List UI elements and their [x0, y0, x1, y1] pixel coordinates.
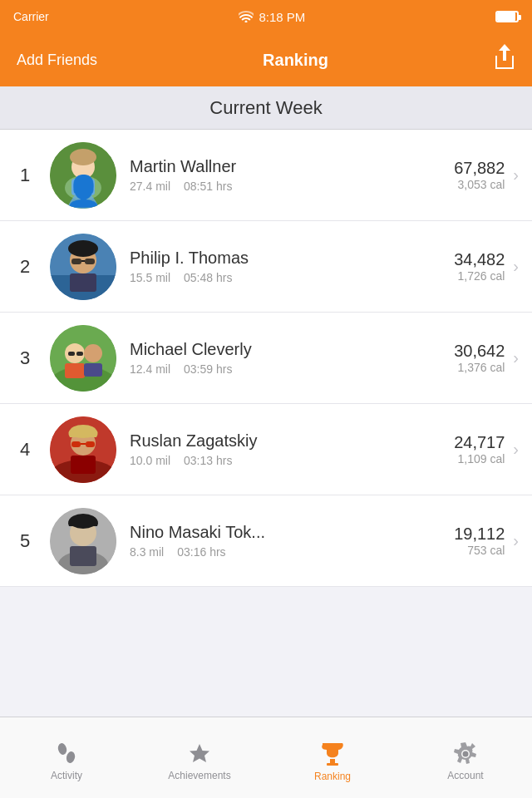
ranking-stats: 27.4 mil 08:51 hrs: [130, 180, 454, 193]
steps-value: 19,112: [454, 525, 505, 544]
rank-number: 3: [13, 347, 37, 369]
gear-icon: [454, 742, 477, 766]
ranking-name: Martin Wallner: [130, 157, 454, 176]
avatar: [50, 508, 116, 574]
tab-achievements-label: Achievements: [168, 770, 230, 781]
table-row[interactable]: 2 Philip I. Thomas 15.5 mil 05:48 hrs: [0, 221, 532, 313]
section-header-text: Current Week: [209, 97, 322, 119]
ranking-score-area: 24,717 1,109 cal ›: [454, 433, 519, 466]
rank-number: 5: [13, 530, 37, 552]
hours-stat: 03:59 hrs: [184, 362, 232, 376]
ranking-stats: 8.3 mil 03:16 hrs: [130, 545, 454, 559]
star-icon: [188, 742, 211, 766]
miles-stat: 27.4 mil: [130, 180, 170, 193]
nav-title: Ranking: [263, 51, 328, 70]
avatar: [50, 142, 116, 209]
svg-rect-38: [327, 763, 338, 766]
svg-point-35: [65, 751, 76, 764]
tab-ranking-label: Ranking: [314, 771, 351, 782]
steps-value: 24,717: [454, 433, 505, 452]
ranking-stats: 15.5 mil 05:48 hrs: [130, 271, 454, 284]
svg-point-34: [57, 742, 67, 756]
svg-rect-32: [70, 546, 96, 566]
svg-rect-17: [68, 352, 75, 356]
ranking-score: 30,642 1,376 cal: [454, 342, 505, 374]
hours-stat: 08:51 hrs: [184, 180, 232, 193]
svg-rect-3: [71, 179, 95, 195]
svg-rect-18: [76, 352, 83, 356]
share-button[interactable]: [494, 44, 515, 76]
tab-activity-label: Activity: [51, 770, 82, 781]
hours-stat: 03:16 hrs: [177, 545, 225, 559]
ranking-score: 67,882 3,053 cal: [454, 159, 505, 191]
rank-number: 1: [13, 165, 37, 186]
footsteps-icon: [54, 742, 79, 766]
steps-value: 34,482: [454, 250, 505, 269]
chevron-right-icon: ›: [513, 165, 519, 185]
calories-value: 3,053 cal: [454, 178, 505, 191]
section-header: Current Week: [0, 86, 532, 130]
time-text: 8:18 PM: [259, 10, 305, 24]
share-icon: [494, 44, 515, 71]
ranking-stats: 10.0 mil 03:13 hrs: [130, 454, 454, 467]
ranking-score: 34,482 1,726 cal: [454, 250, 505, 283]
svg-rect-26: [71, 441, 81, 447]
tab-account[interactable]: Account: [399, 734, 532, 781]
svg-rect-20: [84, 363, 102, 377]
svg-point-19: [84, 344, 102, 362]
wifi-icon: [239, 11, 254, 22]
calories-value: 1,109 cal: [454, 452, 505, 466]
miles-stat: 10.0 mil: [130, 454, 170, 467]
svg-rect-11: [85, 259, 95, 264]
ranking-info: Nino Masaki Tok... 8.3 mil 03:16 hrs: [130, 523, 454, 559]
avatar: [50, 416, 116, 483]
table-row[interactable]: 3 Michael Cleverly 12.4 mil 03:59: [0, 313, 532, 404]
trophy-icon: [321, 741, 344, 766]
rank-number: 2: [13, 256, 37, 278]
svg-rect-16: [65, 363, 85, 378]
rank-number: 4: [13, 439, 37, 461]
avatar: [50, 234, 116, 300]
carrier-text: Carrier: [13, 10, 49, 23]
table-row[interactable]: 4 Ruslan Zagatskiy 10.0 mil 03:13 hrs: [0, 404, 532, 495]
calories-value: 753 cal: [454, 544, 505, 557]
svg-rect-24: [71, 456, 96, 474]
hours-stat: 05:48 hrs: [184, 271, 232, 284]
svg-marker-36: [190, 744, 209, 762]
ranking-info: Martin Wallner 27.4 mil 08:51 hrs: [130, 157, 454, 193]
miles-stat: 12.4 mil: [130, 362, 170, 376]
ranking-score-area: 19,112 753 cal ›: [454, 525, 519, 557]
calories-value: 1,376 cal: [454, 361, 505, 374]
table-row[interactable]: 5 Nino Masaki Tok... 8.3 mil 03:16 hrs 1…: [0, 495, 532, 587]
ranking-info: Michael Cleverly 12.4 mil 03:59 hrs: [130, 340, 454, 376]
calories-value: 1,726 cal: [454, 269, 505, 283]
tab-achievements[interactable]: Achievements: [133, 734, 266, 781]
ranking-score-area: 30,642 1,376 cal ›: [454, 342, 519, 374]
steps-value: 67,882: [454, 159, 505, 178]
ranking-name: Philip I. Thomas: [130, 249, 454, 268]
ranking-name: Michael Cleverly: [130, 340, 454, 359]
battery-icon: [495, 11, 519, 22]
svg-rect-10: [71, 259, 81, 264]
add-friends-button[interactable]: Add Friends: [17, 52, 97, 69]
tab-bar: Activity Achievements Ranking Account: [0, 717, 532, 798]
chevron-right-icon: ›: [513, 440, 519, 459]
chevron-right-icon: ›: [513, 531, 519, 550]
table-row[interactable]: 1 Martin Wallner 27.4 mil 08:51 hrs 67,8…: [0, 130, 532, 221]
hours-stat: 03:13 hrs: [184, 454, 232, 467]
ranking-score-area: 34,482 1,726 cal ›: [454, 250, 519, 283]
avatar: [50, 325, 116, 392]
svg-point-1: [65, 175, 101, 200]
tab-account-label: Account: [447, 770, 483, 781]
nav-bar: Add Friends Ranking: [0, 33, 532, 86]
tab-ranking[interactable]: Ranking: [266, 733, 399, 782]
ranking-name: Ruslan Zagatskiy: [130, 431, 454, 451]
ranking-info: Ruslan Zagatskiy 10.0 mil 03:13 hrs: [130, 431, 454, 467]
rankings-list: 1 Martin Wallner 27.4 mil 08:51 hrs 67,8…: [0, 130, 532, 587]
svg-rect-37: [330, 759, 335, 763]
status-bar: Carrier 8:18 PM: [0, 0, 532, 33]
miles-stat: 15.5 mil: [130, 271, 170, 284]
ranking-score: 24,717 1,109 cal: [454, 433, 505, 466]
svg-point-9: [68, 240, 98, 257]
tab-activity[interactable]: Activity: [0, 734, 133, 781]
